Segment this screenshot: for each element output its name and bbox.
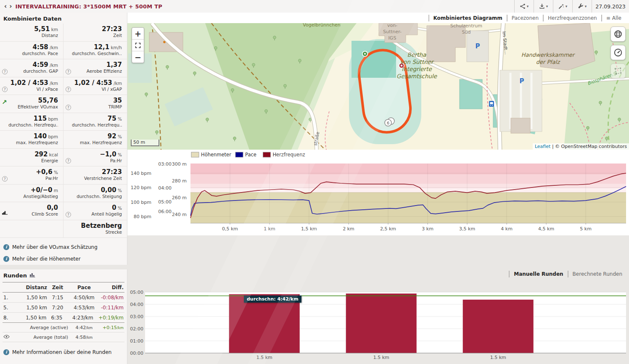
stat-zeit: 27:23Zeit <box>63 24 127 42</box>
leaflet-link[interactable]: Leaflet <box>535 144 550 149</box>
stat-climb-score: 0,0Climb Score <box>0 202 63 220</box>
laps-chart-icon[interactable] <box>29 272 35 279</box>
svg-text:06:00: 06:00 <box>158 209 172 214</box>
laps-tabs: Manuelle RundenBerechnete Runden <box>509 271 626 277</box>
lap-bar-label: 1.5 km <box>256 355 272 360</box>
fullscreen-button[interactable] <box>132 40 144 51</box>
laps-info-link[interactable]: i Mehr Informationen über deine Runden <box>0 346 127 358</box>
lap-bar-label: 1.5 km <box>373 355 389 360</box>
stat-verstrichene-zeit: 27:23Verstrichene Zeit <box>63 166 127 185</box>
map-label-igs: von- <box>387 23 397 28</box>
svg-text:80 bpm: 80 bpm <box>134 214 151 219</box>
trend-up-icon: ↗ <box>2 98 7 106</box>
laps-heading: Runden <box>0 269 127 280</box>
help-icon[interactable]: ? <box>2 69 8 74</box>
tab-pacezonen[interactable]: Pacezonen <box>507 15 543 21</box>
sidebar-links: iMehr über die VO₂max SchätzungiMehr übe… <box>0 241 127 265</box>
info-icon: i <box>3 244 9 250</box>
help-icon[interactable]: ? <box>2 87 8 92</box>
stat-durchschn-gap: ?4:59 /kmdurchschn. GAP <box>0 59 63 77</box>
svg-text:01:00: 01:00 <box>130 338 143 344</box>
download-button[interactable]: ▾ <box>534 0 553 13</box>
lap-row-5[interactable]: 5.1,50 km7:204:53/km-0:11/km <box>3 303 124 313</box>
svg-text:03:00: 03:00 <box>158 161 172 167</box>
svg-text:3,5 km: 3,5 km <box>459 226 475 232</box>
tab-kombiniertes-diagramm[interactable]: Kombiniertes Diagramm <box>428 15 507 21</box>
svg-text:der Pfalz: der Pfalz <box>536 59 561 65</box>
legend-swatch <box>235 152 243 157</box>
combined-chart[interactable]: 0,5 km1 km1,5 km2 km2,5 km3 km3,5 km4 km… <box>127 150 629 235</box>
tab-alle[interactable]: ≡Alle <box>601 15 626 21</box>
lap-row-1[interactable]: 1.1,50 km7:154:50/km-0:08/km <box>3 293 124 303</box>
header-toolbar: ▾ ▾ ▾ ▾ 27.09.2023 <box>514 0 629 13</box>
parking-symbol: P <box>476 42 480 50</box>
svg-text:Integrierte: Integrierte <box>402 66 432 72</box>
download-icon <box>539 3 545 9</box>
laps-heading-label: Runden <box>3 272 27 279</box>
help-icon[interactable]: ? <box>2 176 8 182</box>
info-link-mehr-über-die-höhenmeter[interactable]: iMehr über die Höhenmeter <box>0 253 127 265</box>
next-activity-button[interactable]: › <box>8 0 13 12</box>
svg-text:120 bpm: 120 bpm <box>131 185 151 190</box>
svg-text:300 m: 300 m <box>172 161 187 167</box>
osm-link[interactable]: © OpenStreetMap contributors <box>555 144 627 149</box>
stat-vi-xgap: ?1,02 / 4:53 /kmVI / xGAP <box>63 77 127 95</box>
attribution-separator: | <box>552 144 554 149</box>
help-icon[interactable]: ? <box>66 69 71 74</box>
parking-symbol: P <box>520 77 524 85</box>
climb-icon <box>2 208 8 216</box>
page-title: INTERVALLTRAINING: 3*1500M MRT + 500M TP <box>15 3 162 10</box>
wrench-icon <box>578 3 584 9</box>
map-layers-button[interactable] <box>610 26 626 42</box>
share-button[interactable]: ▾ <box>514 0 534 13</box>
map-attribution: Leaflet | © OpenStreetMap contributors <box>533 143 629 150</box>
map-gauge-button[interactable] <box>610 45 626 60</box>
laps-tab-berechnete-runden[interactable]: Berechnete Runden <box>568 271 626 277</box>
globe-icon <box>613 29 623 39</box>
lap-bar <box>346 293 417 353</box>
stat-durchschn-herzfrequ-: 115 bpmdurchschn. Herzfrequ… <box>0 113 63 131</box>
start-marker[interactable] <box>362 51 368 57</box>
svg-text:2,5 km: 2,5 km <box>380 226 396 232</box>
settings-button[interactable]: ▾ <box>572 0 592 13</box>
lap-bar <box>229 294 300 353</box>
laps-bar-chart[interactable]: 05:0004:0003:0002:0001:0000:001.5 km1.5 … <box>127 269 629 364</box>
runalyze-app: ‹ › INTERVALLTRAINING: 3*1500M MRT + 500… <box>0 0 629 364</box>
stat-anstieg-abstieg: +0/−0 mAnstieg/Abstieg <box>0 185 63 203</box>
stat-vi-xpace: ?1,02 / 4:53 /kmVI / xPace <box>0 77 63 95</box>
svg-text:Gesamtschule: Gesamtschule <box>396 73 438 79</box>
laps-info-label: Mehr Informationen über deine Runden <box>12 349 111 355</box>
map-label-bertha: Bertha <box>407 51 426 58</box>
info-link-mehr-über-die-vo-max-sch[interactable]: iMehr über die VO₂max Schätzung <box>0 241 127 253</box>
help-icon[interactable]: ? <box>66 105 71 110</box>
activity-date[interactable]: 27.09.2023 <box>592 0 629 13</box>
stat-durchschn-geschwin-: 12,1 km/hdurchschn. Geschwin… <box>63 42 127 60</box>
tools-button[interactable]: ▾ <box>553 0 572 13</box>
zoom-out-button[interactable]: − <box>132 51 144 63</box>
svg-text:von Suttner: von Suttner <box>400 58 434 65</box>
zoom-in-button[interactable]: + <box>132 28 144 40</box>
svg-text:IGS: IGS <box>388 35 396 41</box>
stat-max-herzfrequenz: 92 %max. Herzfrequenz <box>63 131 127 149</box>
svg-text:100 bpm: 100 bpm <box>131 200 151 205</box>
svg-text:1 km: 1 km <box>264 226 275 232</box>
stat-durchschn-pace: 4:58 /kmdurchschn. Pace <box>0 42 63 60</box>
average-pace-tooltip: durchschn: 4:42/km <box>244 295 301 303</box>
tab-herzfrequenzzonen[interactable]: Herzfrequenzzonen <box>543 15 601 21</box>
route-map[interactable]: 6 P P Vogelbrünnchen von- Suttner- IGS S… <box>127 23 629 150</box>
prev-activity-button[interactable]: ‹ <box>3 0 8 12</box>
stat-effektiver-vo-max: ↗55,76Effektiver VO₂max <box>0 95 63 113</box>
help-icon[interactable]: ? <box>66 87 71 92</box>
activity-detail-panel: Kombiniertes DiagrammPacezonenHerzfreque… <box>127 13 629 235</box>
map-canvas: 6 P P Vogelbrünnchen von- Suttner- IGS S… <box>127 23 629 150</box>
svg-text:02:00: 02:00 <box>130 326 143 332</box>
help-icon[interactable]: ? <box>66 212 71 217</box>
map-select-area-button[interactable] <box>610 63 626 79</box>
laps-tab-manuelle-runden[interactable]: Manuelle Runden <box>509 271 567 277</box>
laps-table: DistanzZeitPaceDiff.1.1,50 km7:154:50/km… <box>3 282 124 342</box>
help-icon[interactable]: ? <box>66 158 71 164</box>
lap-row-8[interactable]: 8.1,50 km6:354:23/km+0:19/km <box>3 313 124 323</box>
header-bar: ‹ › INTERVALLTRAINING: 3*1500M MRT + 500… <box>0 0 629 13</box>
eye-icon[interactable] <box>3 335 14 340</box>
share-icon <box>520 3 526 9</box>
